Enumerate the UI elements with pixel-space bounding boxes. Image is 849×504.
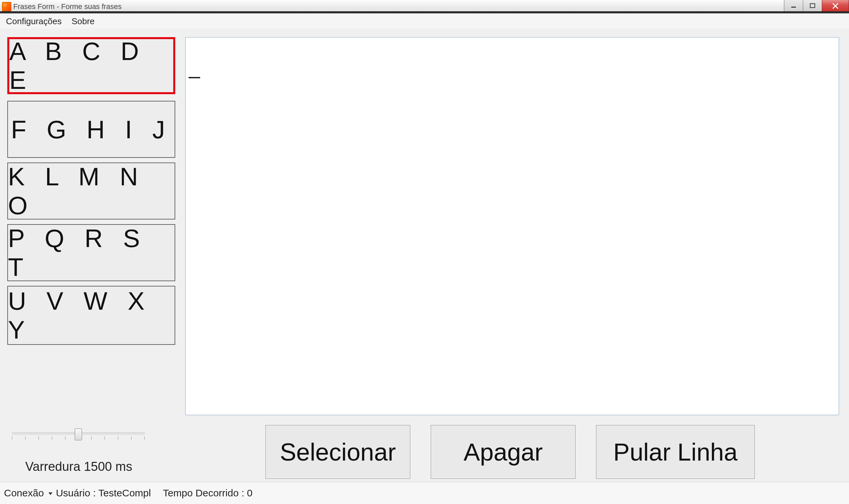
erase-button[interactable]: Apagar: [431, 425, 575, 479]
status-connection[interactable]: Conexão: [4, 487, 52, 499]
menu-about[interactable]: Sobre: [72, 16, 94, 26]
title-bar-shadow: [0, 11, 849, 13]
newline-button[interactable]: Pular Linha: [596, 425, 755, 479]
chevron-down-icon: [49, 492, 52, 495]
status-user: Usuário : TesteCompl: [56, 487, 151, 499]
minimize-button[interactable]: [784, 0, 803, 12]
maximize-button[interactable]: [803, 0, 822, 12]
scan-speed-slider[interactable]: [12, 428, 145, 445]
title-left: Frases Form - Forme suas frases: [2, 2, 121, 11]
slider-thumb[interactable]: [75, 428, 82, 440]
select-button[interactable]: Selecionar: [265, 425, 410, 479]
svg-rect-1: [810, 4, 815, 7]
letter-group-uvwxy[interactable]: U V W X Y: [7, 286, 175, 345]
textarea-content: _: [189, 56, 200, 79]
menu-bar: Configurações Sobre: [0, 14, 849, 29]
letter-group-fghij[interactable]: F G H I J: [7, 101, 175, 158]
letter-group-klmno[interactable]: K L M N O: [7, 162, 175, 219]
app-icon: [2, 2, 11, 11]
svg-rect-0: [791, 7, 796, 7]
status-connection-label: Conexão: [4, 487, 44, 498]
menu-config[interactable]: Configurações: [6, 16, 62, 26]
status-bar: Conexão Usuário : TesteCompl Tempo Decor…: [0, 482, 849, 504]
letter-group-abcde[interactable]: A B C D E: [7, 37, 175, 94]
close-button[interactable]: [822, 0, 849, 12]
status-elapsed: Tempo Decorrido : 0: [163, 487, 253, 499]
window-title: Frases Form - Forme suas frases: [13, 2, 121, 11]
letter-group-pqrst[interactable]: P Q R S T: [7, 224, 175, 281]
scan-speed-label: Varredura 1500 ms: [25, 460, 132, 474]
phrase-textarea[interactable]: _: [185, 37, 839, 415]
window-controls: [784, 0, 849, 12]
client-area: A B C D E F G H I J K L M N O P Q R S T …: [0, 29, 849, 480]
